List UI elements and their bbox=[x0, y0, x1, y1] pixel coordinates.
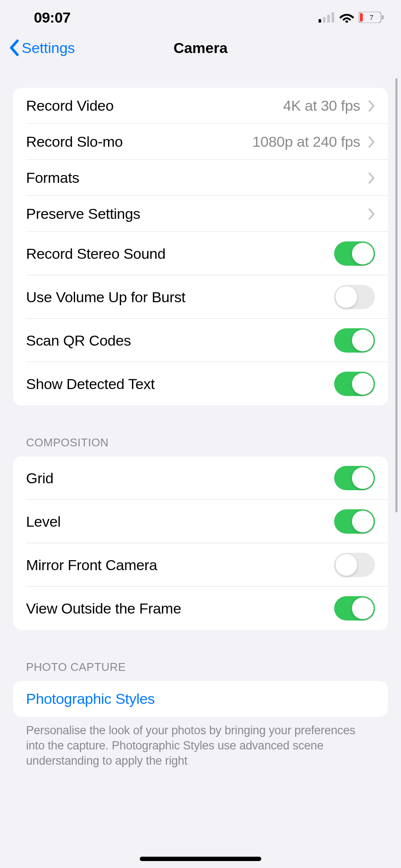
row-record-stereo-sound: Record Stereo Sound bbox=[13, 232, 388, 275]
toggle-scan-qr[interactable] bbox=[334, 328, 375, 353]
toggle-volume-up-burst[interactable] bbox=[334, 285, 375, 309]
row-label: Preserve Settings bbox=[26, 205, 368, 222]
toggle-mirror-front-camera[interactable] bbox=[334, 553, 375, 577]
chevron-right-icon bbox=[368, 136, 375, 148]
row-label: Record Video bbox=[26, 97, 283, 114]
toggle-record-stereo-sound[interactable] bbox=[334, 241, 375, 266]
row-view-outside-frame: View Outside the Frame bbox=[13, 587, 388, 630]
wifi-icon bbox=[339, 12, 354, 23]
footer-text-photographic-styles: Personalise the look of your photos by b… bbox=[13, 717, 388, 769]
svg-rect-6 bbox=[360, 13, 363, 22]
settings-group-main: Record Video 4K at 30 fps Record Slo-mo … bbox=[13, 88, 388, 406]
row-label: Scan QR Codes bbox=[26, 332, 334, 349]
settings-group-photo-capture: Photographic Styles bbox=[13, 681, 388, 717]
svg-rect-3 bbox=[332, 12, 334, 23]
battery-icon: 7 bbox=[358, 12, 384, 23]
row-grid: Grid bbox=[13, 456, 388, 500]
row-record-slomo[interactable]: Record Slo-mo 1080p at 240 fps bbox=[13, 124, 388, 160]
row-label: Grid bbox=[26, 470, 334, 487]
scrollbar[interactable] bbox=[395, 78, 398, 512]
row-label: Record Slo-mo bbox=[26, 133, 252, 150]
row-record-video[interactable]: Record Video 4K at 30 fps bbox=[13, 88, 388, 124]
settings-group-composition: Grid Level Mirror Front Camera View Outs… bbox=[13, 456, 388, 630]
svg-rect-7 bbox=[382, 15, 384, 20]
row-value: 4K at 30 fps bbox=[283, 97, 360, 114]
svg-rect-1 bbox=[323, 17, 325, 23]
row-mirror-front-camera: Mirror Front Camera bbox=[13, 543, 388, 587]
svg-text:7: 7 bbox=[370, 13, 374, 22]
status-time: 09:07 bbox=[34, 9, 70, 26]
row-label: View Outside the Frame bbox=[26, 600, 334, 617]
svg-rect-0 bbox=[319, 19, 321, 23]
row-formats[interactable]: Formats bbox=[13, 160, 388, 196]
row-volume-up-burst: Use Volume Up for Burst bbox=[13, 275, 388, 319]
row-value: 1080p at 240 fps bbox=[252, 133, 360, 150]
row-preserve-settings[interactable]: Preserve Settings bbox=[13, 196, 388, 232]
status-bar: 09:07 7 bbox=[0, 0, 401, 35]
row-label: Use Volume Up for Burst bbox=[26, 289, 334, 306]
row-photographic-styles[interactable]: Photographic Styles bbox=[13, 681, 388, 717]
home-indicator[interactable] bbox=[140, 857, 261, 861]
row-show-detected-text: Show Detected Text bbox=[13, 362, 388, 406]
nav-bar: Settings Camera bbox=[0, 35, 401, 69]
toggle-view-outside-frame[interactable] bbox=[334, 596, 375, 620]
section-header-photo-capture: PHOTO CAPTURE bbox=[13, 660, 388, 681]
row-level: Level bbox=[13, 500, 388, 543]
row-scan-qr: Scan QR Codes bbox=[13, 319, 388, 362]
status-icons: 7 bbox=[319, 12, 384, 23]
back-label: Settings bbox=[22, 40, 75, 56]
chevron-left-icon bbox=[9, 39, 19, 56]
row-label: Mirror Front Camera bbox=[26, 557, 334, 574]
link-label: Photographic Styles bbox=[26, 690, 155, 707]
svg-point-4 bbox=[345, 20, 348, 23]
toggle-level[interactable] bbox=[334, 509, 375, 534]
page-title: Camera bbox=[174, 40, 228, 56]
row-label: Record Stereo Sound bbox=[26, 245, 334, 262]
svg-rect-2 bbox=[327, 15, 330, 23]
chevron-right-icon bbox=[368, 172, 375, 184]
row-label: Formats bbox=[26, 169, 368, 186]
toggle-show-detected-text[interactable] bbox=[334, 372, 375, 396]
cellular-icon bbox=[319, 12, 335, 23]
row-label: Level bbox=[26, 513, 334, 530]
section-header-composition: COMPOSITION bbox=[13, 436, 388, 456]
chevron-right-icon bbox=[368, 208, 375, 220]
row-label: Show Detected Text bbox=[26, 376, 334, 393]
back-button[interactable]: Settings bbox=[9, 39, 75, 56]
toggle-grid[interactable] bbox=[334, 466, 375, 490]
chevron-right-icon bbox=[368, 100, 375, 112]
